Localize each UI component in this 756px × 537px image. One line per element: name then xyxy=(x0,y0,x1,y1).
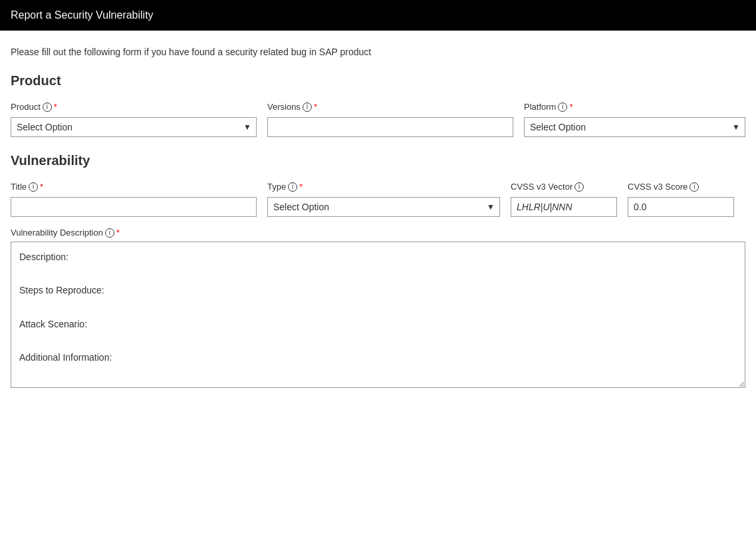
type-info-icon[interactable]: i xyxy=(288,182,297,192)
product-select[interactable]: Select Option xyxy=(11,117,257,137)
main-content: Please fill out the following form if yo… xyxy=(0,31,756,422)
product-required: * xyxy=(54,102,57,112)
product-section: Product Product i * Select Option ▼ xyxy=(11,73,745,137)
type-select[interactable]: Select Option xyxy=(267,197,500,217)
title-label: Title i * xyxy=(11,182,257,192)
platform-info-icon[interactable]: i xyxy=(558,102,567,112)
type-select-wrapper: Select Option ▼ xyxy=(267,197,500,217)
cvss-vector-info-icon[interactable]: i xyxy=(574,182,584,192)
cvss-vector-field-group: CVSS v3 Vector i xyxy=(511,182,617,217)
vulnerability-description-textarea[interactable] xyxy=(11,242,745,388)
platform-field-group: Platform i * Select Option ▼ xyxy=(524,102,745,137)
cvss-score-field-group: CVSS v3 Score i xyxy=(628,182,734,217)
platform-label: Platform i * xyxy=(524,102,745,112)
product-form-row: Product i * Select Option ▼ Versions i * xyxy=(11,102,745,137)
versions-label: Versions i * xyxy=(267,102,513,112)
title-required: * xyxy=(40,182,43,192)
title-input[interactable] xyxy=(11,197,257,217)
title-field-group: Title i * xyxy=(11,182,257,217)
platform-select[interactable]: Select Option xyxy=(524,117,745,137)
title-info-icon[interactable]: i xyxy=(29,182,38,192)
cvss-vector-input[interactable] xyxy=(511,197,617,217)
versions-field-group: Versions i * xyxy=(267,102,513,137)
vulnerability-section: Vulnerability Title i * Type i * xyxy=(11,153,745,390)
intro-text: Please fill out the following form if yo… xyxy=(11,47,745,57)
platform-required: * xyxy=(569,102,572,112)
vulnerability-form-row: Title i * Type i * Select Option ▼ xyxy=(11,182,745,217)
vuln-desc-required: * xyxy=(116,228,120,238)
vulnerability-section-title: Vulnerability xyxy=(11,153,745,168)
vuln-desc-label: Vulnerability Description i * xyxy=(11,228,745,238)
product-field-group: Product i * Select Option ▼ xyxy=(11,102,257,137)
versions-info-icon[interactable]: i xyxy=(303,102,312,112)
cvss-vector-label: CVSS v3 Vector i xyxy=(511,182,617,192)
type-label: Type i * xyxy=(267,182,500,192)
platform-select-wrapper: Select Option ▼ xyxy=(524,117,745,137)
cvss-score-input[interactable] xyxy=(628,197,734,217)
page-header: Report a Security Vulnerability xyxy=(0,0,756,31)
product-label: Product i * xyxy=(11,102,257,112)
product-section-title: Product xyxy=(11,73,745,89)
type-field-group: Type i * Select Option ▼ xyxy=(267,182,500,217)
product-select-wrapper: Select Option ▼ xyxy=(11,117,257,137)
vulnerability-description-section: Vulnerability Description i * xyxy=(11,228,745,390)
vuln-desc-info-icon[interactable]: i xyxy=(105,228,114,238)
cvss-score-info-icon[interactable]: i xyxy=(690,182,699,192)
product-info-icon[interactable]: i xyxy=(43,102,52,112)
cvss-score-label: CVSS v3 Score i xyxy=(628,182,734,192)
versions-required: * xyxy=(314,102,317,112)
header-title: Report a Security Vulnerability xyxy=(11,9,154,21)
versions-input[interactable] xyxy=(267,117,513,137)
type-required: * xyxy=(299,182,303,192)
